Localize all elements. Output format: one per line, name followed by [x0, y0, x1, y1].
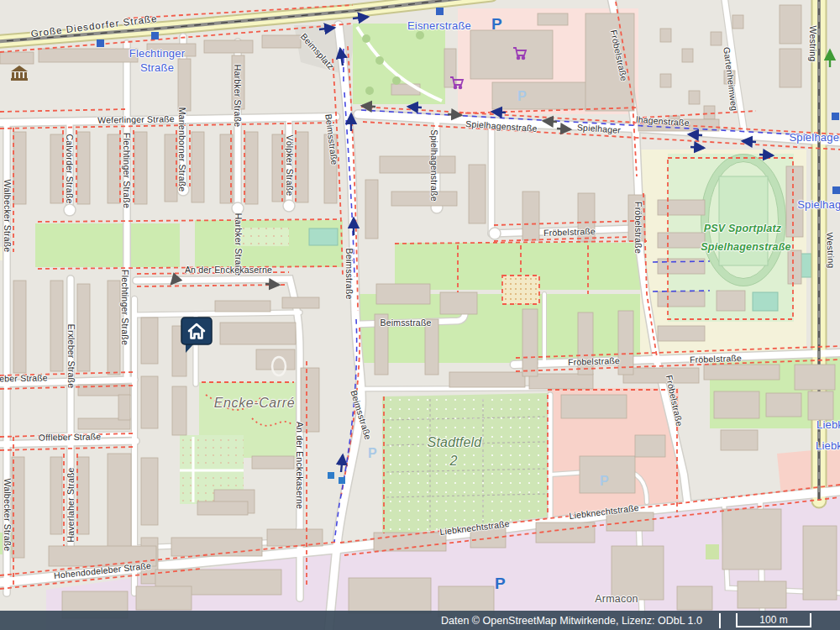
- tram-stop-marker: [436, 8, 444, 15]
- bus-stop-marker: [328, 472, 334, 479]
- home-icon: [180, 316, 213, 354]
- tram-stop-marker: [832, 186, 840, 194]
- tram-stop-marker: [97, 39, 104, 47]
- bus-stop-marker: [339, 477, 345, 484]
- map-canvas: [0, 0, 840, 630]
- tram-stop-marker: [832, 113, 839, 120]
- attribution-bar: Daten © OpenStreetMap Mitwirkende, Lizen…: [0, 611, 840, 630]
- scale-label: 100 m: [759, 615, 787, 625]
- map-viewport[interactable]: Große Diesdorfer Straße Weferlinger Stra…: [0, 0, 840, 630]
- tram-stop-marker: [151, 32, 159, 39]
- scale-bar: 100 m: [736, 613, 811, 627]
- attribution-text: Daten © OpenStreetMap Mitwirkende, Lizen…: [441, 615, 702, 627]
- home-location-marker[interactable]: [180, 316, 213, 354]
- footer-divider: [719, 613, 721, 628]
